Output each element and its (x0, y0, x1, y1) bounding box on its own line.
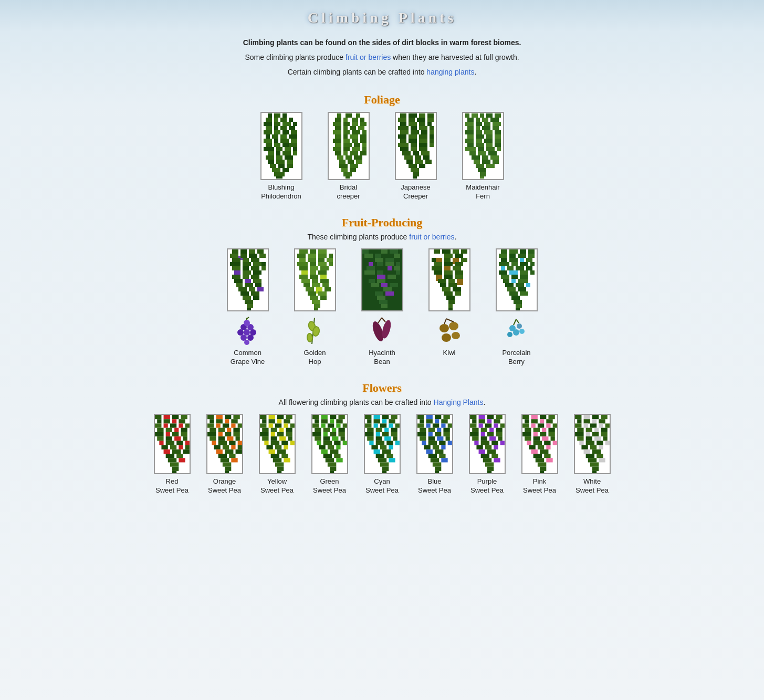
svg-rect-801 (583, 423, 588, 427)
svg-rect-172 (493, 126, 499, 130)
svg-rect-244 (257, 287, 264, 291)
svg-rect-664 (382, 471, 386, 473)
hanging-plants-link-1[interactable]: hanging plants (426, 68, 474, 76)
svg-rect-739 (494, 445, 498, 450)
svg-rect-387 (499, 262, 509, 266)
svg-rect-607 (317, 441, 321, 445)
svg-rect-414 (516, 304, 522, 308)
svg-rect-512 (233, 428, 239, 432)
flowers-title: Flowers (0, 381, 764, 395)
svg-rect-466 (165, 428, 172, 432)
svg-rect-119 (411, 126, 417, 130)
svg-rect-265 (310, 262, 316, 266)
svg-rect-454 (172, 415, 179, 419)
svg-rect-586 (315, 419, 319, 423)
svg-rect-101 (341, 168, 348, 172)
svg-rect-467 (174, 428, 179, 432)
svg-point-441 (452, 332, 460, 339)
svg-rect-775 (527, 441, 531, 445)
svg-rect-249 (245, 300, 253, 304)
svg-point-447 (513, 329, 519, 336)
svg-rect-238 (253, 279, 261, 283)
svg-rect-825 (592, 450, 601, 454)
svg-rect-185 (467, 143, 474, 147)
svg-rect-475 (174, 436, 181, 441)
svg-rect-624 (365, 415, 371, 419)
svg-rect-767 (522, 432, 531, 436)
svg-rect-792 (575, 415, 581, 419)
list-item: BlushingPhilodendron (253, 112, 310, 201)
svg-rect-645 (367, 436, 373, 441)
svg-rect-182 (476, 139, 482, 143)
svg-rect-555 (279, 428, 284, 432)
svg-rect-110 (398, 118, 406, 122)
svg-rect-815 (594, 436, 601, 441)
plant-name: BlueSweet Pea (418, 477, 451, 495)
svg-rect-328 (373, 287, 381, 291)
foliage-title: Foliage (0, 93, 764, 107)
svg-rect-378 (528, 249, 535, 254)
svg-rect-36 (268, 151, 274, 155)
svg-rect-106 (400, 113, 406, 118)
svg-rect-360 (455, 275, 463, 279)
svg-rect-61 (333, 122, 341, 126)
svg-rect-644 (391, 432, 397, 436)
hanging-plants-link-2[interactable]: Hanging Plants (434, 398, 484, 406)
svg-rect-823 (599, 445, 603, 450)
svg-point-418 (244, 320, 250, 326)
svg-rect-612 (327, 445, 333, 450)
svg-rect-599 (312, 432, 321, 436)
svg-rect-332 (377, 296, 385, 300)
svg-rect-691 (422, 441, 426, 445)
svg-rect-247 (243, 296, 251, 300)
svg-rect-173 (465, 130, 474, 134)
svg-rect-279 (320, 279, 329, 283)
svg-rect-335 (381, 304, 388, 308)
svg-rect-757 (546, 419, 552, 423)
plant-sprite-white-sweet-pea (574, 414, 611, 474)
svg-rect-482 (170, 445, 176, 450)
svg-rect-255 (318, 249, 327, 254)
svg-rect-65 (335, 126, 341, 130)
plant-sprite-blushing (260, 112, 302, 180)
svg-rect-262 (318, 258, 325, 262)
svg-rect-230 (234, 270, 240, 275)
svg-rect-670 (420, 419, 424, 423)
svg-rect-388 (511, 262, 518, 266)
svg-rect-227 (243, 266, 249, 270)
fruit-berries-link-1[interactable]: fruit or berries (346, 53, 391, 61)
svg-rect-234 (243, 275, 249, 279)
svg-rect-702 (430, 458, 438, 462)
svg-rect-506 (222, 423, 228, 427)
svg-rect-29 (274, 143, 280, 147)
svg-point-440 (442, 333, 451, 342)
svg-line-436 (378, 318, 382, 323)
list-item (286, 248, 344, 311)
svg-rect-190 (478, 147, 484, 151)
svg-rect-37 (276, 151, 280, 155)
svg-rect-8 (264, 122, 272, 126)
svg-rect-773 (542, 436, 548, 441)
svg-rect-72 (362, 130, 367, 134)
svg-rect-86 (343, 147, 350, 151)
svg-rect-89 (335, 151, 341, 155)
svg-rect-336 (381, 308, 385, 310)
svg-rect-643 (382, 432, 389, 436)
svg-rect-481 (161, 445, 168, 450)
svg-rect-541 (268, 415, 275, 419)
svg-rect-560 (286, 432, 292, 436)
svg-rect-578 (275, 462, 283, 466)
svg-rect-526 (222, 445, 228, 450)
svg-rect-76 (360, 134, 367, 139)
svg-rect-184 (495, 139, 501, 143)
svg-rect-638 (375, 428, 382, 432)
svg-rect-248 (253, 296, 259, 300)
svg-rect-303 (367, 258, 373, 262)
svg-rect-458 (172, 419, 176, 423)
svg-rect-589 (336, 419, 342, 423)
plant-name: RedSweet Pea (155, 477, 189, 495)
svg-rect-211 (257, 249, 264, 254)
svg-rect-189 (465, 147, 476, 151)
fruit-berries-link-2[interactable]: fruit or berries (409, 233, 454, 241)
svg-rect-376 (509, 249, 518, 254)
